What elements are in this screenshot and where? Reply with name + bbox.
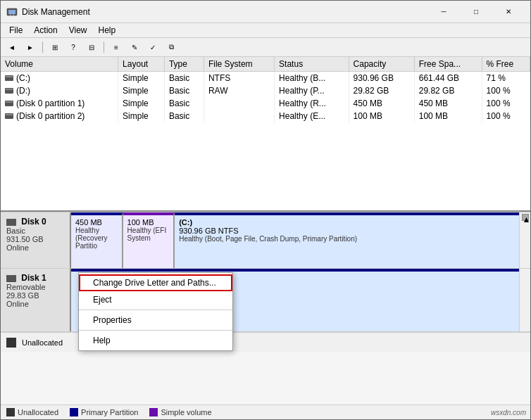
col-pctfree[interactable]: % Free <box>482 57 530 72</box>
toolbar: ◄ ► ⊞ ? ⊟ ≡ ✎ ✓ ⧉ <box>1 38 530 57</box>
svg-rect-1 <box>8 10 15 14</box>
legend-simple: Simple volume <box>149 408 211 416</box>
disk1-type: Removable <box>6 283 64 291</box>
table-row[interactable]: (D:)SimpleBasicRAWHealthy (P...29.82 GB2… <box>1 84 530 97</box>
toolbar-sep-1 <box>42 42 43 53</box>
table-header-row: Volume Layout Type File System Status Ca… <box>1 57 530 72</box>
disk0-status: Online <box>6 243 64 252</box>
col-capacity[interactable]: Capacity <box>349 57 414 72</box>
disk0-p2-size: 100 MB <box>127 218 170 227</box>
cell-type: Basic <box>164 84 204 97</box>
legend-simple-box <box>149 408 158 416</box>
toolbar-help[interactable]: ? <box>65 39 82 55</box>
table-row[interactable]: (Disk 0 partition 2)SimpleBasicHealthy (… <box>1 110 530 122</box>
col-volume[interactable]: Volume <box>1 57 118 72</box>
disk0-partition1[interactable]: 450 MB Healthy (Recovery Partitio <box>71 212 123 268</box>
cell-filesystem: NTFS <box>204 72 274 85</box>
cell-layout: Simple <box>118 72 165 85</box>
cell-status: Healthy (R... <box>275 97 349 110</box>
toolbar-check[interactable]: ✓ <box>144 39 161 55</box>
col-layout[interactable]: Layout <box>118 57 165 72</box>
cell-volume: (Disk 0 partition 1) <box>1 97 118 110</box>
toolbar-list[interactable]: ≡ <box>108 39 125 55</box>
context-help-label: Help <box>93 336 111 345</box>
disk0-p3-size: 930.96 GB NTFS <box>179 227 515 235</box>
toolbar-grid[interactable]: ⊞ <box>46 39 63 55</box>
disk1-size: 29.83 GB <box>6 291 64 300</box>
context-eject-label: Eject <box>93 295 112 305</box>
col-filesystem[interactable]: File System <box>204 57 274 72</box>
disk0-label: Disk 0 Basic 931.50 GB Online <box>1 212 71 268</box>
toolbar-edit[interactable]: ✎ <box>126 39 143 55</box>
col-status[interactable]: Status <box>275 57 349 72</box>
status-legend: Unallocated Primary Partition Simple vol… <box>6 408 212 416</box>
toolbar-sep-2 <box>104 42 104 53</box>
status-bar: Unallocated Primary Partition Simple vol… <box>1 405 530 419</box>
col-freespace[interactable]: Free Spa... <box>414 57 482 72</box>
legend-unallocated: Unallocated <box>6 408 58 416</box>
close-button[interactable]: ✕ <box>492 1 525 23</box>
disk0-p2-desc: Healthy (EFI System <box>127 227 170 242</box>
minimize-button[interactable]: ─ <box>427 1 460 23</box>
cell-layout: Simple <box>118 84 165 97</box>
disk0-p3-label: (C:) <box>179 218 515 227</box>
legend-unallocated-box <box>6 408 15 416</box>
svg-rect-3 <box>13 14 14 15</box>
unallocated-icon <box>6 338 16 348</box>
menu-help[interactable]: Help <box>93 23 122 37</box>
toolbar-copy[interactable]: ⧉ <box>163 39 180 55</box>
context-change-drive-letter[interactable]: Change Drive Letter and Paths... <box>79 274 232 291</box>
menu-bar: File Action View Help <box>1 23 530 38</box>
legend-primary-box <box>70 408 78 416</box>
disk0-partition3[interactable]: (C:) 930.96 GB NTFS Healthy (Boot, Page … <box>175 212 519 268</box>
context-eject[interactable]: Eject <box>79 291 232 308</box>
legend-unallocated-text: Unallocated <box>18 408 58 416</box>
toolbar-back[interactable]: ◄ <box>4 39 20 55</box>
cell-freespace: 100 MB <box>414 110 482 122</box>
cell-volume: (Disk 0 partition 2) <box>1 110 118 122</box>
disk0-p3-desc: Healthy (Boot, Page File, Crash Dump, Pr… <box>179 235 515 243</box>
disk0-partitions: 450 MB Healthy (Recovery Partitio 100 MB… <box>71 212 519 268</box>
window-frame: Disk Management ─ □ ✕ File Action View H… <box>0 0 531 420</box>
disk0-type: Basic <box>6 227 64 235</box>
scroll-indicator[interactable]: ▲ <box>519 212 530 268</box>
toolbar-minus[interactable]: ⊟ <box>83 39 100 55</box>
cell-capacity: 100 MB <box>349 110 414 122</box>
cell-capacity: 29.82 GB <box>349 84 414 97</box>
menu-action[interactable]: Action <box>28 23 63 37</box>
menu-file[interactable]: File <box>4 23 28 37</box>
restore-button[interactable]: □ <box>460 1 492 23</box>
disk0-p1-size: 450 MB <box>75 218 118 227</box>
legend-primary: Primary Partition <box>70 408 138 416</box>
col-type[interactable]: Type <box>164 57 204 72</box>
table-row[interactable]: (C:)SimpleBasicNTFSHealthy (B...930.96 G… <box>1 72 530 85</box>
context-properties[interactable]: Properties <box>79 312 232 329</box>
unallocated-label: Unallocated <box>22 338 63 347</box>
disk1-name: Disk 1 <box>6 273 64 283</box>
toolbar-forward[interactable]: ► <box>22 39 39 55</box>
disk0-partition2[interactable]: 100 MB Healthy (EFI System <box>123 212 175 268</box>
context-menu: Change Drive Letter and Paths... Eject P… <box>78 272 233 351</box>
title-bar: Disk Management ─ □ ✕ <box>1 1 530 23</box>
scroll-right[interactable] <box>519 269 530 331</box>
disk0-size: 931.50 GB <box>6 235 64 243</box>
disk-table-area: Volume Layout Type File System Status Ca… <box>1 57 530 212</box>
context-help[interactable]: Help <box>79 332 232 349</box>
cell-capacity: 930.96 GB <box>349 72 414 85</box>
scroll-up[interactable]: ▲ <box>522 214 529 221</box>
cell-volume: (D:) <box>1 84 118 97</box>
cell-volume: (C:) <box>1 72 118 85</box>
cell-layout: Simple <box>118 110 165 122</box>
app-icon <box>6 6 18 18</box>
cell-status: Healthy (E... <box>275 110 349 122</box>
disk1-status: Online <box>6 300 64 308</box>
cell-status: Healthy (B... <box>275 72 349 85</box>
table-row[interactable]: (Disk 0 partition 1)SimpleBasicHealthy (… <box>1 97 530 110</box>
cell-pctfree: 71 % <box>482 72 530 85</box>
context-sep2 <box>79 330 232 331</box>
disk-table: Volume Layout Type File System Status Ca… <box>1 57 530 122</box>
cell-freespace: 29.82 GB <box>414 84 482 97</box>
main-content: Volume Layout Type File System Status Ca… <box>1 57 530 405</box>
menu-view[interactable]: View <box>63 23 93 37</box>
disk1-row: Disk 1 Removable 29.83 GB Online Change … <box>1 269 530 332</box>
